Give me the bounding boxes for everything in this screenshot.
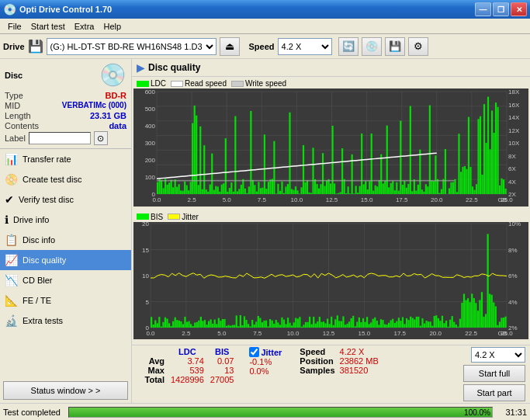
svg-rect-436 xyxy=(485,314,487,328)
svg-rect-208 xyxy=(468,117,469,194)
svg-rect-345 xyxy=(305,321,307,327)
speed-dropdown[interactable]: 4.2 X xyxy=(471,347,525,363)
start-full-button[interactable]: Start full xyxy=(463,365,525,382)
svg-rect-224 xyxy=(499,186,501,194)
svg-rect-151 xyxy=(357,193,359,194)
svg-text:22.5: 22.5 xyxy=(466,196,478,203)
svg-rect-55 xyxy=(171,180,172,194)
svg-rect-137 xyxy=(330,183,331,194)
progress-time: 31:31 xyxy=(496,408,527,417)
svg-rect-312 xyxy=(240,315,241,328)
maximize-button[interactable]: ❐ xyxy=(493,2,509,16)
svg-rect-181 xyxy=(415,191,417,194)
svg-rect-373 xyxy=(360,322,362,328)
svg-rect-57 xyxy=(175,179,176,194)
cd-bler-label: CD Bler xyxy=(23,276,53,285)
menu-file[interactable]: File xyxy=(3,21,26,32)
disc-info-icon: 📋 xyxy=(5,234,18,246)
status-window-button[interactable]: Status window > > xyxy=(3,381,128,400)
speed-select[interactable]: 4.2 X xyxy=(278,38,332,55)
label-icon-btn[interactable]: ⊙ xyxy=(94,131,108,145)
svg-rect-69 xyxy=(198,185,199,194)
menu-extra[interactable]: Extra xyxy=(70,21,99,32)
disc-icon: 💿 xyxy=(99,62,126,88)
svg-text:18X: 18X xyxy=(508,89,520,95)
max-ldc: 539 xyxy=(168,366,207,375)
verify-disc-label: Verify test disc xyxy=(19,195,74,204)
sidebar-item-drive-info[interactable]: ℹ Drive info xyxy=(0,210,131,230)
svg-rect-206 xyxy=(464,166,466,194)
svg-rect-267 xyxy=(151,317,152,328)
svg-rect-297 xyxy=(210,319,212,328)
svg-rect-316 xyxy=(248,324,249,328)
svg-text:12.5: 12.5 xyxy=(323,330,335,337)
jitter-header-label: Jitter xyxy=(261,348,282,357)
start-part-button[interactable]: Start part xyxy=(463,384,525,401)
svg-rect-122 xyxy=(300,187,302,194)
jitter-checkbox[interactable] xyxy=(249,347,259,357)
svg-rect-419 xyxy=(452,316,453,328)
sidebar-item-disc-quality[interactable]: 📈 Disc quality xyxy=(0,250,131,270)
svg-text:17.5: 17.5 xyxy=(394,330,407,337)
avg-label: Avg xyxy=(137,356,168,366)
refresh-button[interactable]: 🔄 xyxy=(338,37,359,56)
svg-rect-138 xyxy=(332,126,334,194)
svg-rect-164 xyxy=(383,183,384,194)
svg-rect-328 xyxy=(272,320,273,327)
save-button[interactable]: 💾 xyxy=(385,37,405,56)
sidebar-item-extra-tests[interactable]: 🔬 Extra tests xyxy=(0,311,131,331)
svg-rect-332 xyxy=(279,325,281,328)
svg-text:20.0: 20.0 xyxy=(429,330,442,337)
svg-rect-367 xyxy=(348,321,350,328)
svg-rect-426 xyxy=(465,300,466,327)
left-panel: Disc 💿 Type BD-R MID VERBATIMc (000) Len… xyxy=(0,59,132,403)
label-input[interactable] xyxy=(29,132,91,144)
svg-text:10.0: 10.0 xyxy=(287,330,300,337)
svg-rect-388 xyxy=(390,320,392,328)
svg-rect-270 xyxy=(157,323,158,328)
svg-rect-273 xyxy=(162,321,164,327)
sidebar-item-cd-bler[interactable]: 📉 CD Bler xyxy=(0,270,131,290)
bis-legend-label: BIS xyxy=(151,213,163,221)
content-area: Disc 💿 Type BD-R MID VERBATIMc (000) Len… xyxy=(0,59,530,403)
sidebar-item-transfer-rate[interactable]: 📊 Transfer rate xyxy=(0,149,131,169)
sidebar-item-create-test-disc[interactable]: 📀 Create test disc xyxy=(0,169,131,189)
app-icon: 💿 xyxy=(3,3,16,16)
svg-rect-269 xyxy=(154,320,156,327)
disc-button[interactable]: 💿 xyxy=(362,37,382,56)
svg-rect-91 xyxy=(241,185,242,194)
svg-rect-384 xyxy=(382,320,383,328)
total-label: Total xyxy=(137,375,168,384)
menu-start-test[interactable]: Start test xyxy=(26,21,70,32)
settings-button[interactable]: ⚙ xyxy=(408,37,428,56)
close-button[interactable]: ✕ xyxy=(511,2,527,16)
svg-rect-280 xyxy=(176,320,178,328)
drive-select[interactable]: (G:) HL-DT-ST BD-RE WH16NS48 1.D3 xyxy=(47,38,217,55)
svg-rect-59 xyxy=(178,184,180,194)
svg-rect-110 xyxy=(277,184,279,194)
minimize-button[interactable]: — xyxy=(475,2,491,16)
svg-rect-308 xyxy=(232,325,234,327)
svg-text:6%: 6% xyxy=(508,272,518,279)
svg-rect-289 xyxy=(194,322,196,327)
sidebar-item-disc-info[interactable]: 📋 Disc info xyxy=(0,230,131,250)
svg-rect-115 xyxy=(287,184,289,194)
speed-stat-label: Speed xyxy=(297,347,337,356)
drive-eject-button[interactable]: ⏏ xyxy=(220,37,240,56)
svg-rect-145 xyxy=(345,193,347,194)
ldc-legend-label: LDC xyxy=(151,79,166,88)
svg-rect-87 xyxy=(233,192,234,194)
stats-area: LDC BIS Avg 3.74 0.07 Max 539 13 xyxy=(132,345,530,403)
disc-info-section: Disc 💿 Type BD-R MID VERBATIMc (000) Len… xyxy=(0,59,131,149)
svg-rect-117 xyxy=(291,189,293,194)
sidebar-item-verify-test-disc[interactable]: ✔ Verify test disc xyxy=(0,189,131,210)
svg-rect-140 xyxy=(336,193,338,194)
mid-key: MID xyxy=(5,101,20,110)
nav-items: 📊 Transfer rate 📀 Create test disc ✔ Ver… xyxy=(0,149,131,378)
svg-rect-79 xyxy=(217,186,219,194)
svg-rect-105 xyxy=(268,182,269,194)
sidebar-item-fe-te[interactable]: 📐 FE / TE xyxy=(0,290,131,311)
menu-help[interactable]: Help xyxy=(99,21,126,32)
svg-rect-191 xyxy=(435,155,436,194)
extra-tests-icon: 🔬 xyxy=(5,314,18,327)
